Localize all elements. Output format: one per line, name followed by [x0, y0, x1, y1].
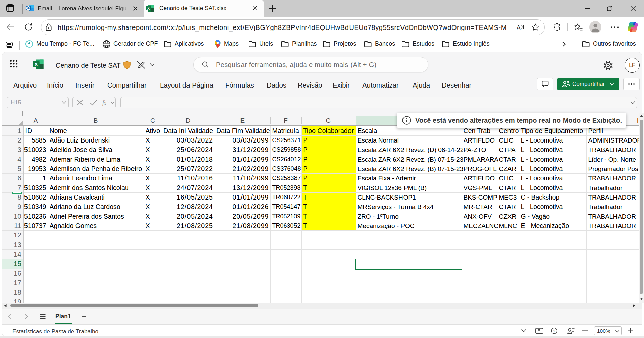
- svg-text:?: ?: [553, 329, 555, 333]
- svg-text:X: X: [34, 61, 38, 67]
- svg-text:X: X: [147, 6, 150, 10]
- svg-text:A: A: [517, 24, 521, 31]
